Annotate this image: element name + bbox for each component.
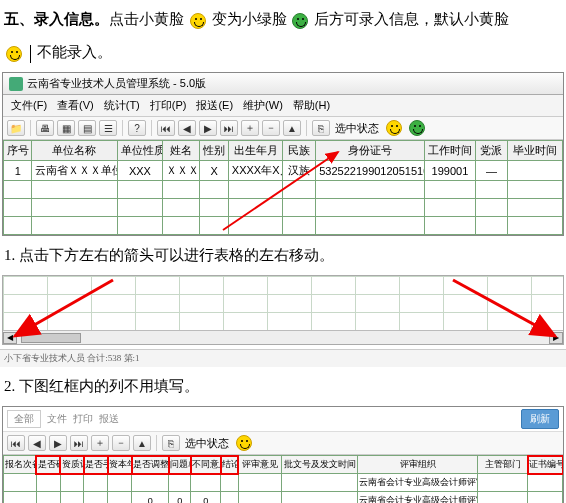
data-row-2a[interactable]: 云南省会计专业高级会计师评审委员会 [4,474,563,492]
table-icon[interactable]: ▦ [57,120,75,136]
edit-icon[interactable]: ▲ [133,435,151,451]
h2-11[interactable]: 评审组织 [358,456,478,474]
h2-8[interactable]: 结论 [221,456,238,474]
filter-file[interactable]: 文件 [47,412,67,426]
status-yellow-face-button[interactable] [386,120,402,136]
menu-file[interactable]: 文件(F) [7,97,51,114]
add-icon[interactable]: ＋ [91,435,109,451]
status-strip: 小下省专业技术人员 合计:538 第:1 [0,349,566,367]
nav-first-icon[interactable]: ⏮ [157,120,175,136]
print-icon[interactable]: 🖶 [36,120,54,136]
h2-4[interactable]: 资本年限 [108,456,132,474]
intro-text-line2: 不能录入。 [37,44,112,60]
empty-row [4,199,563,217]
menu-maintain[interactable]: 维护(W) [239,97,287,114]
col-ethnic[interactable]: 民族 [283,141,316,161]
data-grid[interactable]: 序号 单位名称 单位性质 姓名 性别 出生年月 民族 身份证号 工作时间 党派 … [3,140,563,235]
edit-icon[interactable]: ▲ [283,120,301,136]
h2-10[interactable]: 批文号及发文时间 [282,456,358,474]
cell-zero-1[interactable]: 0 [169,492,191,504]
h2-12[interactable]: 主管部门 [478,456,528,474]
data-grid-2[interactable]: 报名次备档号 是否破格 资质计算 是否手续 资本年限 是否调整岗位人数 问题单 … [3,455,563,503]
cell-id[interactable]: 532522199012051510 [316,161,425,181]
status-label-2: 选中状态 [185,436,229,451]
separator [30,120,31,136]
filter-submit[interactable]: 报送 [99,412,119,426]
empty-row [4,217,563,235]
app-window: 云南省专业技术人员管理系统 - 5.0版 文件(F) 查看(V) 统计(T) 打… [2,72,564,236]
nav-prev-icon[interactable]: ◀ [28,435,46,451]
section-heading: 五、录入信息。点击小黄脸 变为小绿脸 后方可录入信息，默认小黄脸 [4,6,562,33]
remove-icon[interactable]: － [262,120,280,136]
filter-print[interactable]: 打印 [73,412,93,426]
folder-icon[interactable]: 📁 [7,120,25,136]
col-gender[interactable]: 性别 [200,141,228,161]
nav-last-icon[interactable]: ⏭ [70,435,88,451]
h2-3[interactable]: 是否手续 [84,456,108,474]
cell-org-2[interactable]: 云南省会计专业高级会计师评审委员会 [358,492,478,504]
separator [122,120,123,136]
copy-icon[interactable]: ⎘ [312,120,330,136]
cell-zero-0[interactable]: 0 [132,492,169,504]
h2-1[interactable]: 是否破格 [36,456,60,474]
add-icon[interactable]: ＋ [241,120,259,136]
cell-org-1[interactable]: 云南省会计专业高级会计师评审委员会 [358,474,478,492]
col-seq[interactable]: 序号 [4,141,32,161]
col-id[interactable]: 身份证号 [316,141,425,161]
cell-name[interactable]: ＸＸＸ [163,161,200,181]
cell-gradtime[interactable] [508,161,563,181]
col-gradtime[interactable]: 毕业时间 [508,141,563,161]
data-row-2b[interactable]: 0 0 0 云南省会计专业高级会计师评审委员会 [4,492,563,504]
empty-row [4,181,563,199]
nav-prev-icon[interactable]: ◀ [178,120,196,136]
scroll-area: ◀ ▶ [2,275,564,345]
h2-0[interactable]: 报名次备档号 [4,456,37,474]
question-icon[interactable]: ? [128,120,146,136]
cell-ethnic[interactable]: 汉族 [283,161,316,181]
col-name[interactable]: 姓名 [163,141,200,161]
col-unit-type[interactable]: 单位性质 [117,141,163,161]
nav-last-icon[interactable]: ⏭ [220,120,238,136]
cell-zero-2[interactable]: 0 [191,492,221,504]
smiley-green-icon [292,13,308,29]
data-row[interactable]: 1 云南省ＸＸＸ单位 XXX ＸＸＸ X XXXX年X月 汉族 53252219… [4,161,563,181]
nav-first-icon[interactable]: ⏮ [7,435,25,451]
filter-bar: 全部 文件 打印 报送 刷新 [3,407,563,432]
h2-5[interactable]: 是否调整岗位人数 [132,456,169,474]
rows-icon[interactable]: ☰ [99,120,117,136]
titlebar: 云南省专业技术人员管理系统 - 5.0版 [3,73,563,95]
refresh-button[interactable]: 刷新 [521,409,559,429]
col-party[interactable]: 党派 [475,141,508,161]
col-unit[interactable]: 单位名称 [32,141,117,161]
h2-9[interactable]: 评审意见 [238,456,282,474]
grid-icon[interactable]: ▤ [78,120,96,136]
annotation-arrows-scroll [3,276,563,344]
filter-all[interactable]: 全部 [7,410,41,428]
cell-gender[interactable]: X [200,161,228,181]
cell-party[interactable]: — [475,161,508,181]
section-heading-line2: 不能录入。 [4,39,562,66]
cell-birth[interactable]: XXXX年X月 [228,161,283,181]
cell-unit-type[interactable]: XXX [117,161,163,181]
col-worktime[interactable]: 工作时间 [425,141,475,161]
cell-seq[interactable]: 1 [4,161,32,181]
h2-13[interactable]: 证书编号 [528,456,563,474]
copy-icon[interactable]: ⎘ [162,435,180,451]
status-yellow-face-button[interactable] [236,435,252,451]
nav-next-icon[interactable]: ▶ [49,435,67,451]
remove-icon[interactable]: － [112,435,130,451]
col-birth[interactable]: 出生年月 [228,141,283,161]
menu-submit[interactable]: 报送(E) [192,97,237,114]
status-green-face-button[interactable] [409,120,425,136]
menu-print[interactable]: 打印(P) [146,97,191,114]
nav-next-icon[interactable]: ▶ [199,120,217,136]
menu-view[interactable]: 查看(V) [53,97,98,114]
h2-7[interactable]: 不同意原因 [191,456,221,474]
h2-6[interactable]: 问题单 [169,456,191,474]
h2-2[interactable]: 资质计算 [60,456,84,474]
cell-unit[interactable]: 云南省ＸＸＸ单位 [32,161,117,181]
menu-help[interactable]: 帮助(H) [289,97,334,114]
toolbar: 📁 🖶 ▦ ▤ ☰ ? ⏮ ◀ ▶ ⏭ ＋ － ▲ ⎘ 选中状态 [3,117,563,140]
menu-stats[interactable]: 统计(T) [100,97,144,114]
cell-worktime[interactable]: 199001 [425,161,475,181]
